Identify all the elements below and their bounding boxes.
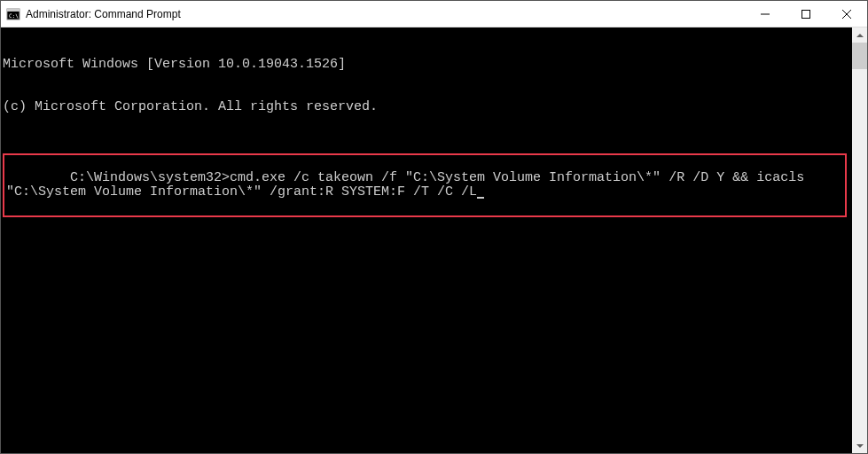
svg-rect-1 bbox=[7, 9, 20, 12]
text-cursor bbox=[477, 197, 484, 199]
svg-rect-4 bbox=[802, 10, 810, 18]
client-area: Microsoft Windows [Version 10.0.19043.15… bbox=[1, 27, 867, 453]
svg-text:C:\: C:\ bbox=[9, 12, 19, 19]
titlebar[interactable]: C:\ Administrator: Command Prompt bbox=[1, 1, 867, 27]
scroll-down-arrow[interactable] bbox=[852, 438, 867, 453]
window-title: Administrator: Command Prompt bbox=[26, 8, 745, 20]
command-highlight-box: C:\Windows\system32>cmd.exe /c takeown /… bbox=[3, 153, 847, 217]
scroll-up-arrow[interactable] bbox=[852, 27, 867, 43]
prompt-and-command: C:\Windows\system32>cmd.exe /c takeown /… bbox=[6, 170, 812, 200]
version-line: Microsoft Windows [Version 10.0.19043.15… bbox=[3, 58, 852, 72]
scroll-track[interactable] bbox=[852, 43, 867, 438]
copyright-line: (c) Microsoft Corporation. All rights re… bbox=[3, 100, 852, 114]
close-button[interactable] bbox=[826, 1, 867, 27]
maximize-button[interactable] bbox=[786, 1, 826, 27]
svg-marker-8 bbox=[856, 444, 864, 448]
minimize-button[interactable] bbox=[745, 1, 786, 27]
cmd-icon: C:\ bbox=[6, 7, 20, 21]
command-prompt-window: C:\ Administrator: Command Prompt Micros… bbox=[0, 0, 868, 454]
vertical-scrollbar[interactable] bbox=[852, 27, 867, 453]
scroll-thumb[interactable] bbox=[852, 43, 867, 69]
window-controls bbox=[745, 1, 867, 27]
terminal-output[interactable]: Microsoft Windows [Version 10.0.19043.15… bbox=[1, 27, 852, 453]
svg-marker-7 bbox=[856, 34, 864, 37]
prompt-text: C:\Windows\system32> bbox=[70, 170, 230, 185]
